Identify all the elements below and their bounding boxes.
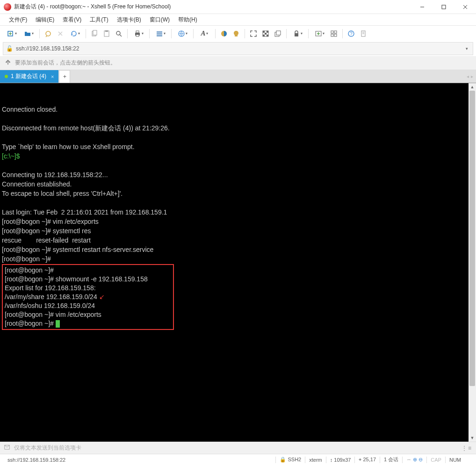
menu-file[interactable]: 文件(F): [5, 14, 31, 25]
lock-button[interactable]: ▾: [289, 28, 305, 39]
terminal[interactable]: Connection closed. Disconnected from rem…: [0, 83, 469, 442]
compose-menu-icon[interactable]: ⋮≡: [462, 445, 472, 451]
highlight-button[interactable]: [231, 28, 242, 39]
app-icon: [4, 3, 11, 11]
disconnect-button[interactable]: [55, 28, 66, 39]
svg-rect-9: [105, 30, 108, 32]
tab-prev-icon[interactable]: ◂: [467, 74, 469, 79]
separator: [39, 29, 40, 38]
svg-rect-24: [267, 35, 268, 36]
reconnect-button[interactable]: ▾: [67, 28, 83, 39]
svg-rect-29: [331, 31, 333, 33]
menu-help[interactable]: 帮助(H): [174, 14, 202, 25]
paste-button[interactable]: [101, 28, 112, 39]
terminal-container: Connection closed. Disconnected from rem…: [0, 83, 476, 442]
address-dropdown-icon[interactable]: ▾: [464, 46, 470, 51]
separator: [86, 29, 86, 38]
highlight-box: [root@bogon ~]# [root@bogon ~]# showmoun…: [2, 264, 174, 330]
svg-rect-16: [157, 35, 162, 36]
font-button[interactable]: A▾: [196, 28, 212, 39]
info-bar: 要添加当前会话，点击左侧的箭头按钮。: [0, 56, 476, 70]
address-bar[interactable]: 🔓 ssh://192.168.159.158:22 ▾: [3, 42, 473, 55]
svg-rect-12: [136, 31, 139, 33]
status-dot-icon: [5, 75, 8, 78]
toolbar: ▾ ▾ ▾ ▾ ▾ ▾ A▾ ▾ ▾ ?: [0, 25, 476, 41]
terminal-line: Connection closed. Disconnected from rem…: [2, 106, 170, 263]
svg-rect-7: [93, 30, 97, 35]
pin-icon[interactable]: [5, 59, 11, 67]
svg-rect-38: [7, 62, 8, 64]
lock-icon: 🔓: [6, 45, 13, 52]
ontop-button[interactable]: [272, 28, 283, 39]
menu-view[interactable]: 查看(V): [58, 14, 86, 25]
add-tab-button[interactable]: +: [59, 70, 70, 83]
svg-rect-31: [331, 34, 333, 36]
compose-bar[interactable]: 仅将文本发送到当前选项卡 ⋮≡: [0, 442, 476, 454]
svg-rect-22: [265, 33, 267, 35]
menu-tools[interactable]: 工具(T): [86, 14, 112, 25]
arrange-button[interactable]: [328, 28, 339, 39]
scroll-track[interactable]: [469, 91, 476, 434]
separator: [149, 29, 150, 38]
svg-rect-1: [442, 5, 446, 9]
separator: [308, 29, 309, 38]
info-text: 要添加当前会话，点击左侧的箭头按钮。: [15, 59, 116, 67]
svg-rect-23: [263, 35, 265, 36]
scroll-up-icon[interactable]: ▲: [469, 83, 476, 91]
scroll-thumb[interactable]: [469, 91, 475, 386]
svg-point-10: [116, 31, 120, 35]
scroll-down-icon[interactable]: ▼: [469, 434, 476, 442]
new-tab-button[interactable]: ▾: [311, 28, 327, 39]
address-text: ssh://192.168.159.158:22: [16, 45, 464, 52]
svg-rect-20: [263, 31, 265, 33]
status-cap: CAP: [427, 457, 445, 463]
maximize-button[interactable]: [433, 0, 454, 14]
svg-rect-15: [157, 33, 162, 35]
status-size: ↕ 109x37: [326, 457, 355, 463]
close-button[interactable]: [454, 0, 476, 14]
scrollbar[interactable]: ▲ ▼: [469, 83, 476, 442]
open-button[interactable]: ▾: [21, 28, 36, 39]
status-term: xterm: [305, 457, 326, 463]
help-button[interactable]: ?: [346, 28, 357, 39]
session-tab[interactable]: 1 新建会话 (4) ×: [0, 70, 58, 83]
svg-rect-14: [157, 31, 162, 33]
menu-edit[interactable]: 编辑(E): [31, 14, 58, 25]
status-links: ↔ ⊕ ⊖: [403, 457, 426, 463]
print-button[interactable]: ▾: [130, 28, 146, 39]
status-cursor-pos: ⌖ 25,17: [355, 457, 380, 463]
tab-next-icon[interactable]: ▸: [471, 74, 473, 79]
menu-window[interactable]: 窗口(W): [145, 14, 174, 25]
tab-label: 1 新建会话 (4): [11, 72, 46, 80]
fullscreen-button[interactable]: [248, 28, 259, 39]
copy-button[interactable]: [89, 28, 100, 39]
separator: [342, 29, 343, 38]
svg-text:?: ?: [350, 31, 353, 36]
find-button[interactable]: [113, 28, 124, 39]
svg-rect-30: [334, 31, 337, 33]
status-bar: ssh://192.168.159.158:22 🔒 SSH2 xterm ↕ …: [0, 454, 476, 465]
terminal-cursor: [56, 320, 60, 328]
send-icon: [4, 444, 10, 452]
properties-button[interactable]: ▾: [152, 28, 168, 39]
new-session-button[interactable]: ▾: [4, 28, 20, 39]
minimize-button[interactable]: [411, 0, 433, 14]
separator: [245, 29, 245, 38]
transfer-button[interactable]: ▾: [174, 28, 190, 39]
title-bar: 新建会话 (4) - root@bogon:~ - Xshell 5 (Free…: [0, 0, 476, 14]
svg-rect-21: [267, 31, 268, 33]
resize-grip-icon[interactable]: [465, 458, 472, 462]
svg-rect-32: [334, 34, 337, 36]
menu-bar: 文件(F) 编辑(E) 查看(V) 工具(T) 选项卡(B) 窗口(W) 帮助(…: [0, 14, 476, 25]
connect-button[interactable]: [43, 28, 54, 39]
transparent-button[interactable]: [260, 28, 271, 39]
separator: [193, 29, 194, 38]
menu-tab[interactable]: 选项卡(B): [113, 14, 145, 25]
window-title: 新建会话 (4) - root@bogon:~ - Xshell 5 (Free…: [14, 3, 411, 11]
tab-close-icon[interactable]: ×: [51, 74, 54, 79]
about-button[interactable]: [358, 28, 369, 39]
separator: [171, 29, 172, 38]
svg-rect-26: [276, 31, 281, 35]
color-scheme-button[interactable]: [218, 28, 230, 39]
tab-bar: 1 新建会话 (4) × + ◂ ▸: [0, 70, 476, 83]
